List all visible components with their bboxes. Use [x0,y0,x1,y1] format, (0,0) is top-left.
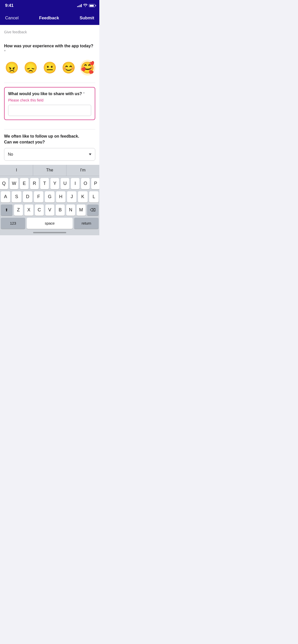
key-z[interactable]: Z [14,204,23,216]
key-o[interactable]: O [81,178,90,189]
wifi-icon [83,4,87,8]
key-t[interactable]: T [40,178,49,189]
key-s[interactable]: S [12,191,21,202]
delete-button[interactable]: ⌫ [87,204,99,216]
key-n[interactable]: N [66,204,75,216]
key-c[interactable]: C [35,204,44,216]
key-k[interactable]: K [78,191,87,202]
key-p[interactable]: P [91,178,99,189]
keyboard-row-1: Q W E R T Y U I O P [1,178,99,189]
content-area: Give feedback How was your experience wi… [0,25,99,165]
emoji-neutral[interactable]: 😐 [42,60,57,76]
key-h[interactable]: H [56,191,65,202]
share-error-message: Please check this field [8,98,91,102]
nav-bar: Cancel Feedback Submit [0,11,99,25]
signal-icon [77,4,82,7]
status-icons [77,4,95,8]
battery-icon [89,4,95,7]
keyboard-row-4: 123 space return [1,218,99,229]
keyboard-suggestions: I The I'm [0,165,99,176]
key-g[interactable]: G [45,191,54,202]
section-label: Give feedback [4,30,95,34]
required-star: * [4,49,6,54]
shift-button[interactable]: ⬆ [1,204,12,216]
suggestion-im[interactable]: I'm [66,165,99,176]
keyboard-row-3: ⬆ Z X C V B N M ⌫ [1,204,99,216]
key-w[interactable]: W [10,178,18,189]
contact-select[interactable]: No Yes [4,148,95,160]
experience-question-block: How was your experience with the app tod… [4,39,95,83]
status-bar: 9:41 [0,0,99,11]
experience-question-text: How was your experience with the app tod… [4,43,95,55]
key-i[interactable]: I [71,178,79,189]
home-bar [33,232,66,233]
share-required-star: * [82,92,85,96]
suggestion-the[interactable]: The [33,165,66,176]
key-j[interactable]: J [67,191,76,202]
emoji-satisfied[interactable]: 😊 [61,60,76,76]
suggestion-i[interactable]: I [0,165,33,176]
key-f[interactable]: F [34,191,43,202]
key-e[interactable]: E [20,178,29,189]
key-u[interactable]: U [61,178,69,189]
share-text-input[interactable] [8,105,91,116]
key-y[interactable]: Y [50,178,59,189]
followup-question-text: We often like to follow up on feedback.C… [4,134,95,145]
key-b[interactable]: B [56,204,65,216]
cancel-button[interactable]: Cancel [4,13,20,23]
keyboard: I The I'm Q W E R T Y U I O P A S D F G … [0,165,99,235]
emoji-very-satisfied[interactable]: 🥰 [80,60,95,76]
key-l[interactable]: L [89,191,99,202]
return-button[interactable]: return [74,218,99,229]
key-d[interactable]: D [23,191,32,202]
key-q[interactable]: Q [0,178,8,189]
numbers-button[interactable]: 123 [1,218,25,229]
emoji-rating-row: 😠 😞 😐 😊 🥰 [4,59,95,78]
home-indicator [0,230,99,235]
key-r[interactable]: R [30,178,39,189]
status-time: 9:41 [5,3,13,8]
key-a[interactable]: A [1,191,10,202]
emoji-dissatisfied[interactable]: 😞 [23,60,38,76]
emoji-very-dissatisfied[interactable]: 😠 [4,60,19,76]
submit-button[interactable]: Submit [78,13,95,23]
share-question-text: What would you like to share with us? * [8,91,91,97]
keyboard-rows: Q W E R T Y U I O P A S D F G H J K L ⬆ … [0,176,99,230]
contact-select-wrapper: No Yes [4,148,95,161]
key-x[interactable]: X [24,204,33,216]
nav-title: Feedback [39,16,59,21]
keyboard-row-2: A S D F G H J K L [1,191,99,202]
followup-question-block: We often like to follow up on feedback.C… [4,129,95,165]
share-question-block: What would you like to share with us? * … [4,87,95,120]
space-button[interactable]: space [27,218,73,229]
key-v[interactable]: V [45,204,54,216]
key-m[interactable]: M [77,204,86,216]
